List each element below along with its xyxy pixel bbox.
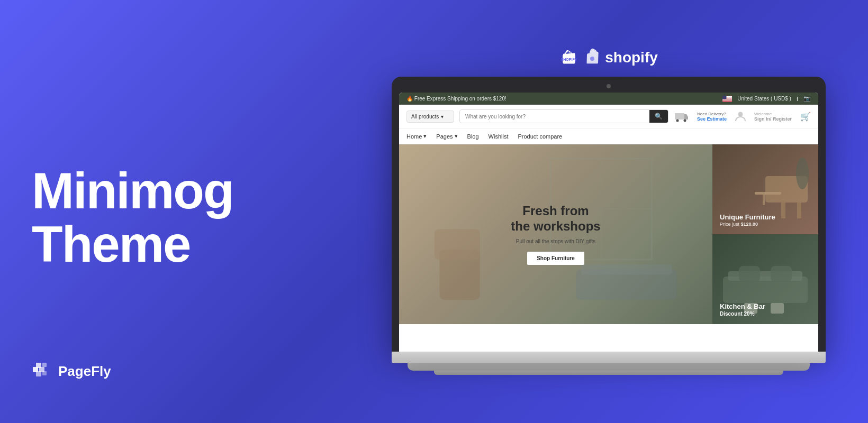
- svg-rect-15: [722, 100, 732, 101]
- theme-title: Minimog Theme: [32, 164, 339, 271]
- topbar-announcement: 🔥 Free Express Shipping on orders $120!: [406, 96, 507, 102]
- announcement-text: 🔥 Free Express Shipping on orders $120!: [406, 96, 507, 102]
- discount-value: 20%: [744, 311, 755, 317]
- theme-title-line1: Minimog: [32, 162, 233, 219]
- header-delivery[interactable]: Need Delivery? See Estimate: [697, 112, 727, 122]
- price-value: $120.00: [741, 222, 758, 227]
- delivery-link[interactable]: See Estimate: [697, 116, 727, 122]
- store-topbar: 🔥 Free Express Shipping on orders $120!: [399, 93, 818, 105]
- country-text[interactable]: United States ( USD$ ): [737, 96, 791, 102]
- svg-text:SHOPIFY: SHOPIFY: [561, 58, 577, 61]
- right-panel: SHOPIFY shopify 🔥 Free Express Shipping …: [381, 48, 836, 375]
- hero-main-banner: Fresh from the workshops Pull out all th…: [399, 144, 712, 324]
- unique-furniture-card-content: Unique Furniture Price just $120.00: [720, 213, 811, 227]
- svg-point-20: [738, 112, 743, 117]
- store-nav: Home ▾ Pages ▾ Blog Wishlist Product com: [399, 128, 818, 144]
- nav-item-product-compare[interactable]: Product compare: [518, 133, 562, 140]
- kitchen-bar-title: Kitchen & Bar: [720, 302, 811, 311]
- dropdown-chevron-icon: ▾: [441, 114, 444, 119]
- nav-pages-label: Pages: [436, 133, 453, 140]
- search-button[interactable]: 🔍: [649, 110, 668, 123]
- hero-side-panels: Unique Furniture Price just $120.00: [712, 144, 818, 324]
- kitchen-bar-discount: Discount 20%: [720, 311, 811, 317]
- theme-title-line2: Theme: [32, 216, 190, 272]
- nav-wishlist-label: Wishlist: [489, 133, 509, 140]
- nav-pages-chevron: ▾: [455, 133, 458, 140]
- hero-content: Fresh from the workshops Pull out all th…: [511, 204, 600, 265]
- discount-label: Discount: [720, 311, 744, 317]
- nav-product-compare-label: Product compare: [518, 133, 562, 140]
- nav-blog-label: Blog: [467, 133, 479, 140]
- search-icon: 🔍: [655, 113, 663, 120]
- svg-rect-16: [722, 96, 727, 99]
- store-search-bar: All products ▾ 🔍: [399, 105, 818, 128]
- svg-point-33: [796, 158, 809, 189]
- shopify-badge: SHOPIFY shopify: [559, 48, 658, 67]
- price-label: Price just: [720, 222, 741, 227]
- hero-title-line1: Fresh from: [522, 204, 589, 218]
- laptop-screen: 🔥 Free Express Shipping on orders $120!: [399, 93, 818, 352]
- svg-rect-7: [563, 55, 575, 57]
- delivery-label: Need Delivery?: [697, 112, 727, 116]
- kitchen-bar-card-content: Kitchen & Bar Discount 20%: [720, 302, 811, 317]
- shop-furniture-button[interactable]: Shop Furniture: [527, 252, 584, 265]
- laptop-camera: [607, 84, 611, 88]
- laptop-stand: [434, 371, 783, 375]
- store-header-right: Need Delivery? See Estimate Welcome Sign…: [674, 109, 811, 124]
- laptop-body: 🔥 Free Express Shipping on orders $120!: [392, 77, 826, 352]
- laptop-bottom: [408, 363, 810, 371]
- topbar-right: United States ( USD$ ) f 📷: [722, 95, 811, 102]
- nav-home-chevron: ▾: [423, 133, 427, 140]
- search-input-wrapper: 🔍: [459, 109, 668, 123]
- hero-title-line2: the workshops: [511, 219, 600, 233]
- facebook-icon: f: [797, 96, 798, 102]
- store-hero: Fresh from the workshops Pull out all th…: [399, 144, 818, 324]
- svg-point-19: [683, 119, 686, 122]
- laptop-base: [392, 352, 826, 363]
- nav-item-pages[interactable]: Pages ▾: [436, 133, 457, 140]
- pagefly-brand-name: PageFly: [58, 363, 111, 380]
- account-icon: [735, 111, 746, 122]
- shopify-logo-icon: SHOPIFY: [559, 48, 578, 67]
- cart-icon[interactable]: 🛒: [800, 112, 811, 122]
- hero-subtitle: Pull out all the stops with DIY gifts: [511, 238, 600, 244]
- svg-rect-2: [36, 363, 41, 368]
- svg-point-18: [676, 119, 679, 122]
- account-link[interactable]: Sign In/ Register: [754, 116, 792, 122]
- svg-rect-17: [675, 113, 684, 119]
- svg-rect-5: [42, 371, 47, 375]
- shopify-text: shopify: [605, 49, 658, 66]
- pagefly-brand: PageFly: [32, 362, 339, 381]
- svg-rect-14: [722, 99, 732, 100]
- welcome-text: Welcome: [754, 112, 792, 116]
- nav-item-blog[interactable]: Blog: [467, 133, 479, 140]
- svg-rect-4: [42, 363, 47, 367]
- laptop-wrapper: 🔥 Free Express Shipping on orders $120!: [392, 77, 826, 375]
- us-flag-icon: [722, 96, 732, 102]
- nav-home-label: Home: [406, 133, 422, 140]
- svg-rect-36: [739, 266, 760, 282]
- svg-rect-32: [763, 195, 765, 205]
- shopify-icon: [584, 48, 601, 67]
- kitchen-bar-card[interactable]: Kitchen & Bar Discount 20%: [712, 234, 818, 324]
- svg-point-9: [590, 57, 594, 61]
- search-input[interactable]: [460, 111, 649, 122]
- hero-title: Fresh from the workshops: [511, 204, 600, 234]
- delivery-truck-icon: [674, 109, 689, 124]
- product-category-dropdown[interactable]: All products ▾: [406, 111, 454, 123]
- pagefly-logo-icon: [32, 362, 51, 381]
- svg-rect-37: [771, 266, 792, 282]
- svg-rect-25: [581, 264, 672, 274]
- unique-furniture-title: Unique Furniture: [720, 213, 811, 222]
- nav-item-wishlist[interactable]: Wishlist: [489, 133, 509, 140]
- svg-rect-27: [435, 229, 480, 259]
- unique-furniture-card[interactable]: Unique Furniture Price just $120.00: [712, 144, 818, 234]
- header-account[interactable]: Welcome Sign In/ Register: [754, 112, 792, 122]
- dropdown-label: All products: [411, 114, 439, 119]
- svg-rect-3: [36, 371, 41, 376]
- nav-item-home[interactable]: Home ▾: [406, 133, 427, 140]
- left-panel: Minimog Theme PageFly: [32, 21, 339, 402]
- unique-furniture-price: Price just $120.00: [720, 222, 811, 227]
- svg-rect-31: [755, 192, 781, 195]
- instagram-icon: 📷: [803, 95, 811, 102]
